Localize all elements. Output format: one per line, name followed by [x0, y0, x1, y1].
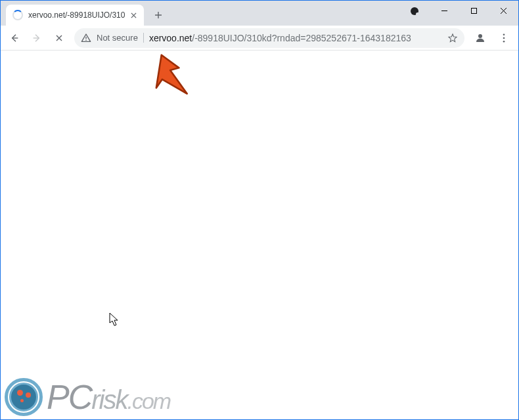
close-icon — [54, 33, 64, 43]
annotation-arrow-icon — [140, 52, 196, 108]
back-button[interactable] — [5, 28, 24, 48]
tab-title: xervoo.net/-89918UIJO/310kd?rn — [28, 10, 125, 20]
svg-point-6 — [503, 40, 505, 42]
browser-tab[interactable]: xervoo.net/-89918UIJO/310kd?rn — [6, 5, 144, 26]
url-text: xervoo.net/-89918UIJO/310kd?rndad=298525… — [149, 33, 442, 43]
star-icon — [447, 33, 458, 43]
svg-point-3 — [478, 34, 482, 38]
watermark-text-com: .com — [127, 388, 170, 414]
close-icon — [131, 12, 137, 18]
person-icon — [474, 32, 486, 44]
watermark-text-risk: risk — [91, 385, 127, 415]
minimize-icon — [441, 7, 448, 14]
watermark-text-pc: PC — [47, 377, 91, 417]
maximize-icon — [470, 7, 478, 14]
bookmark-button[interactable] — [447, 33, 458, 43]
incognito-or-recording-indicator-icon — [409, 6, 420, 16]
url-host: xervoo.net — [149, 33, 192, 43]
kebab-menu-icon — [498, 32, 510, 44]
mouse-cursor-icon — [109, 312, 120, 327]
titlebar: xervoo.net/-89918UIJO/310kd?rn — [1, 1, 518, 26]
chrome-menu-button[interactable] — [493, 28, 514, 49]
not-secure-warning-icon — [81, 33, 91, 43]
security-label: Not secure — [97, 33, 144, 43]
forward-button[interactable] — [27, 28, 47, 48]
arrow-left-icon — [9, 33, 20, 43]
close-icon — [500, 7, 507, 14]
plus-icon — [154, 11, 162, 19]
stop-reload-button[interactable] — [49, 28, 69, 48]
new-tab-button[interactable] — [149, 6, 168, 24]
browser-window: xervoo.net/-89918UIJO/310kd?rn — [0, 0, 519, 420]
tab-close-button[interactable] — [128, 10, 139, 20]
svg-rect-2 — [85, 39, 86, 40]
svg-rect-0 — [472, 8, 477, 13]
maximize-button[interactable] — [459, 1, 489, 20]
watermark: PCrisk.com — [5, 377, 170, 417]
page-viewport: PCrisk.com — [1, 51, 518, 419]
browser-toolbar: Not secure xervoo.net/-89918UIJO/310kd?r… — [1, 26, 518, 51]
svg-rect-1 — [85, 37, 86, 39]
watermark-text: PCrisk.com — [47, 377, 170, 417]
profile-button[interactable] — [470, 28, 491, 49]
arrow-right-icon — [32, 33, 42, 43]
loading-spinner-icon — [12, 10, 23, 20]
watermark-badge-icon — [5, 378, 43, 416]
url-path: /-89918UIJO/310kd?rndad=2985252671-16431… — [192, 33, 411, 43]
svg-point-5 — [503, 37, 505, 39]
svg-point-4 — [503, 33, 505, 35]
window-controls — [430, 1, 518, 20]
minimize-button[interactable] — [430, 1, 459, 20]
address-bar[interactable]: Not secure xervoo.net/-89918UIJO/310kd?r… — [74, 28, 464, 48]
close-window-button[interactable] — [489, 1, 518, 20]
